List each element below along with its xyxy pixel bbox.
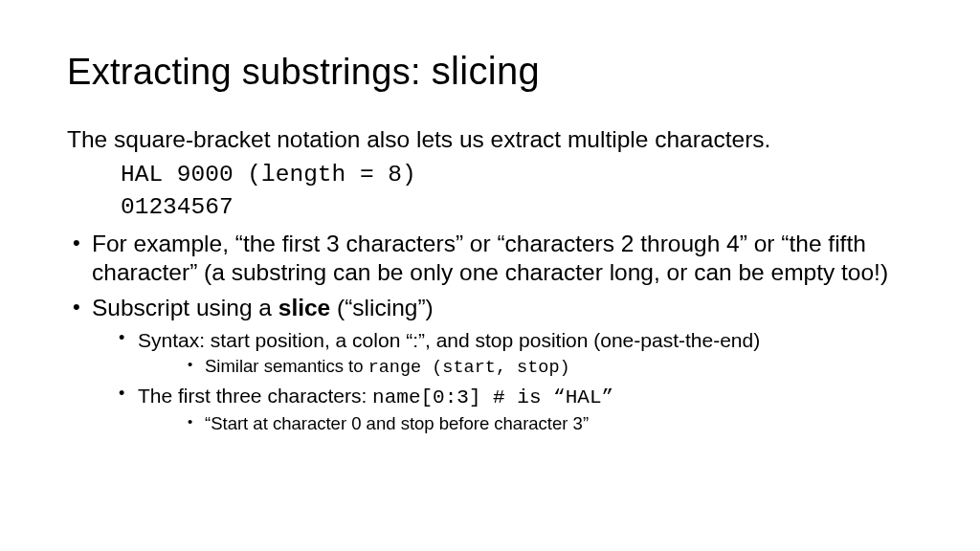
bullet-2-post: (“slicing”) (330, 295, 434, 320)
bullet-list: For example, “the first 3 characters” or… (67, 230, 913, 436)
intro-text: The square-bracket notation also lets us… (67, 123, 913, 155)
bullet-2-2-code: name[0:3] # is “HAL” (372, 386, 613, 408)
bullet-2-1-1: Similar semantics to range (start, stop) (138, 355, 913, 381)
code-line-2: 01234567 (121, 191, 913, 224)
bullet-2-2-pre: The first three characters: (138, 385, 372, 407)
bullet-2-1-text: Syntax: start position, a colon “:”, and… (138, 329, 760, 351)
sub-bullet-list: Syntax: start position, a colon “:”, and… (92, 327, 913, 437)
bullet-2-1-1-code: range (start, stop) (368, 358, 570, 378)
sub-sub-bullet-list-2: “Start at character 0 and stop before ch… (138, 412, 913, 436)
bullet-2-bold: slice (278, 295, 331, 320)
bullet-2: Subscript using a slice (“slicing”) Synt… (67, 294, 913, 436)
bullet-2-1: Syntax: start position, a colon “:”, and… (92, 327, 913, 381)
bullet-2-2: The first three characters: name[0:3] # … (92, 383, 913, 436)
bullet-1: For example, “the first 3 characters” or… (67, 230, 913, 288)
code-line-1: HAL 9000 (length = 8) (121, 159, 913, 191)
bullet-2-2-1: “Start at character 0 and stop before ch… (138, 412, 913, 436)
title-emphasis: slicing (432, 50, 540, 92)
slide-title: Extracting substrings: slicing (67, 50, 913, 93)
sub-sub-bullet-list-1: Similar semantics to range (start, stop) (138, 355, 913, 381)
bullet-2-1-1-pre: Similar semantics to (205, 356, 368, 376)
title-prefix: Extracting substrings: (67, 52, 432, 92)
code-example: HAL 9000 (length = 8) 01234567 (121, 159, 913, 224)
bullet-2-pre: Subscript using a (92, 295, 278, 320)
